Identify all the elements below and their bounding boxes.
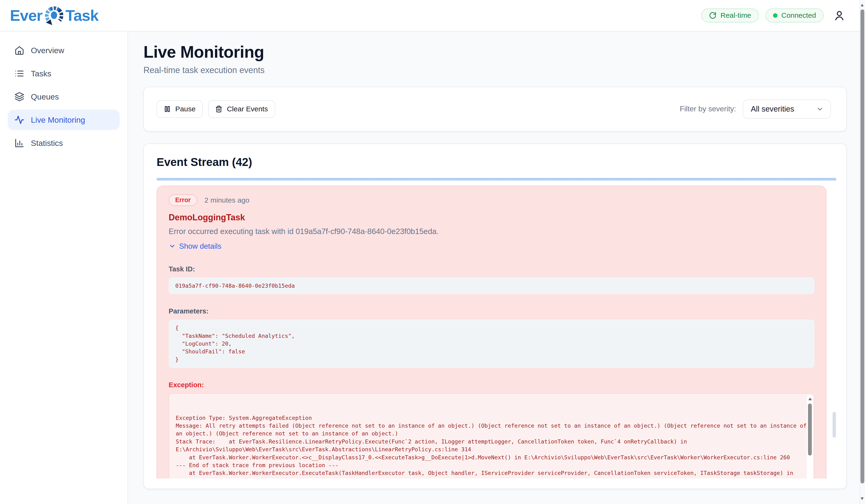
- parameters-label: Parameters:: [169, 307, 815, 315]
- toolbar-actions: Pause Clear Events: [157, 100, 275, 118]
- main-content: Live Monitoring Real-time task execution…: [128, 32, 865, 504]
- severity-badge: Error: [169, 194, 197, 206]
- scroll-up-arrow-icon: [808, 398, 812, 400]
- page-title: Live Monitoring: [143, 43, 847, 61]
- sidebar-item-queues[interactable]: Queues: [8, 86, 120, 107]
- event-task-name: DemoLoggingTask: [169, 212, 815, 222]
- logo-text-suffix: Task: [66, 7, 99, 24]
- task-id-value: 019a5a7f-cf90-748a-8640-0e23f0b15eda: [169, 277, 815, 294]
- severity-select-value: All severities: [751, 105, 794, 114]
- sidebar-nav: Overview Tasks Queues: [0, 32, 128, 504]
- pause-icon: [164, 105, 171, 113]
- clear-events-button-label: Clear Events: [227, 105, 268, 113]
- logo-text-prefix: Ever: [10, 7, 42, 24]
- app-root: Ever Task: [0, 0, 865, 504]
- activity-icon: [14, 115, 24, 125]
- show-details-label: Show details: [179, 242, 221, 250]
- evertask-logo[interactable]: Ever Task: [10, 5, 99, 26]
- home-icon: [14, 45, 24, 55]
- sidebar-item-tasks[interactable]: Tasks: [8, 63, 120, 84]
- sidebar-item-statistics[interactable]: Statistics: [8, 133, 120, 153]
- event-message: Error occurred executing task with id 01…: [169, 227, 815, 236]
- bar-chart-icon: [14, 138, 24, 148]
- parameters-value: { "TaskName": "Scheduled Analytics", "Lo…: [169, 320, 815, 368]
- sidebar-item-label: Tasks: [31, 69, 51, 78]
- exception-scrollbar[interactable]: [807, 395, 813, 479]
- chevron-down-icon: [169, 243, 176, 250]
- page-scrollbar[interactable]: [860, 0, 865, 504]
- user-profile-button[interactable]: [833, 10, 845, 21]
- event-header: Error 2 minutes ago: [169, 194, 815, 206]
- sidebar-item-label: Queues: [31, 92, 59, 102]
- sidebar-item-label: Live Monitoring: [31, 115, 85, 125]
- severity-filter-label: Filter by severity:: [680, 105, 736, 113]
- top-header: Ever Task: [0, 0, 865, 32]
- show-details-toggle[interactable]: Show details: [169, 242, 221, 250]
- evertask-clock-icon: [44, 5, 65, 26]
- realtime-badge-label: Real-time: [720, 11, 751, 19]
- refresh-icon: [709, 12, 717, 19]
- clear-events-button[interactable]: Clear Events: [208, 100, 275, 118]
- stream-progress-bar: [157, 178, 837, 181]
- status-dot-icon: [773, 13, 777, 18]
- severity-select[interactable]: All severities: [743, 99, 831, 119]
- user-icon: [833, 10, 845, 21]
- exception-label: Exception:: [169, 381, 815, 389]
- layers-icon: [14, 92, 24, 102]
- list-icon: [14, 69, 24, 79]
- chevron-down-icon: [816, 105, 824, 113]
- sidebar-item-label: Statistics: [31, 139, 63, 148]
- scroll-up-arrow-icon: [861, 4, 864, 7]
- exception-scrollbar-thumb[interactable]: [808, 403, 812, 455]
- monitoring-toolbar: Pause Clear Events Filter by severity:: [143, 87, 847, 131]
- page-subtitle: Real-time task execution events: [143, 65, 847, 75]
- page-scrollbar-thumb[interactable]: [861, 10, 864, 484]
- sidebar-item-label: Overview: [31, 46, 64, 55]
- task-id-label: Task ID:: [169, 265, 815, 273]
- event-timestamp: 2 minutes ago: [204, 196, 249, 204]
- event-card-error: Error 2 minutes ago DemoLoggingTask Erro…: [157, 186, 827, 478]
- header-status-area: Real-time Connected: [701, 9, 853, 22]
- exception-stack-trace: Exception Type: System.AggregateExceptio…: [176, 414, 800, 479]
- event-stream-panel: Event Stream (42) Error 2 minutes ago De…: [143, 143, 847, 489]
- exception-block: Exception Type: System.AggregateExceptio…: [169, 393, 815, 478]
- sidebar-item-overview[interactable]: Overview: [8, 40, 120, 60]
- connection-status-badge: Connected: [765, 9, 823, 22]
- realtime-badge: Real-time: [701, 9, 759, 22]
- trash-icon: [215, 105, 222, 113]
- page-layout: Overview Tasks Queues: [0, 32, 865, 504]
- sidebar-item-live-monitoring[interactable]: Live Monitoring: [8, 110, 120, 130]
- event-stream-title: Event Stream (42): [157, 155, 837, 168]
- severity-filter: Filter by severity: All severities: [680, 99, 831, 119]
- event-list-scrollbar-thumb[interactable]: [833, 412, 836, 438]
- pause-button-label: Pause: [175, 105, 196, 113]
- connection-badge-label: Connected: [781, 11, 816, 19]
- scroll-down-arrow-icon: [861, 497, 864, 500]
- event-stream-list: Error 2 minutes ago DemoLoggingTask Erro…: [157, 178, 837, 479]
- pause-button[interactable]: Pause: [157, 100, 203, 118]
